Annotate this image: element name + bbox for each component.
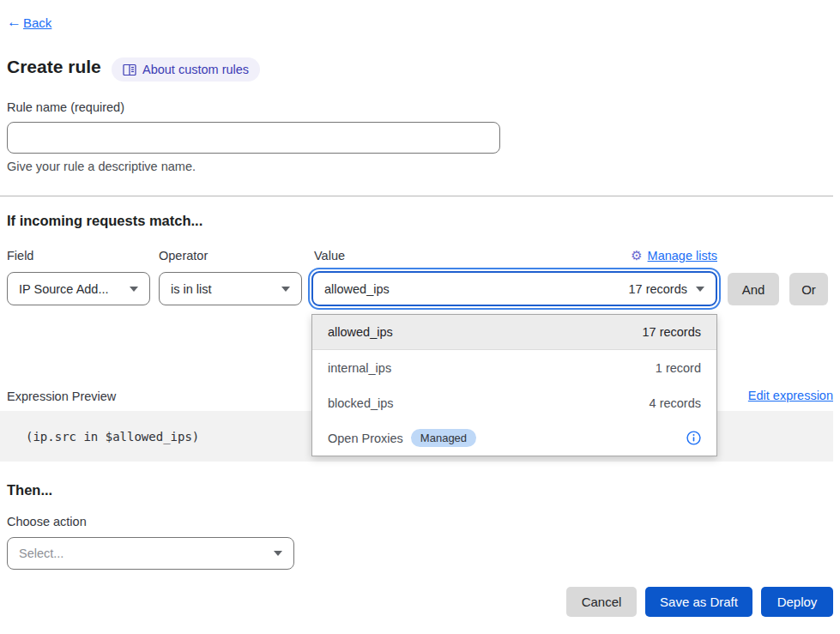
list-item-count: 4 records (650, 396, 701, 410)
list-item-name: blocked_ips (328, 396, 394, 410)
back-arrow-icon: ← (7, 14, 21, 31)
or-button[interactable]: Or (789, 273, 828, 305)
page-title: Create rule (7, 57, 101, 77)
book-icon (123, 63, 136, 76)
field-label: Field (7, 249, 33, 263)
chevron-down-icon (696, 287, 704, 292)
list-item-allowed-ips[interactable]: allowed_ips 17 records (312, 315, 716, 350)
about-custom-rules-badge[interactable]: About custom rules (112, 57, 260, 82)
deploy-button[interactable]: Deploy (761, 587, 833, 617)
save-as-draft-button[interactable]: Save as Draft (645, 587, 752, 617)
chevron-down-icon (274, 551, 282, 556)
list-item-internal-ips[interactable]: internal_ips 1 record (312, 350, 716, 385)
value-select-name: allowed_ips (324, 282, 390, 296)
list-item-open-proxies[interactable]: Open Proxies Managed (312, 420, 716, 456)
rule-name-input[interactable] (7, 122, 500, 154)
field-select[interactable]: IP Source Add... (7, 272, 150, 305)
list-item-name: allowed_ips (328, 325, 393, 339)
action-select-placeholder: Select... (19, 546, 63, 560)
back-link[interactable]: ← Back (7, 14, 51, 31)
create-rule-page: ← Back Create rule About custom rules Ru… (0, 0, 840, 634)
operator-select[interactable]: is in list (159, 272, 302, 305)
value-select[interactable]: allowed_ips 17 records (311, 271, 717, 306)
expression-preview-label: Expression Preview (7, 389, 116, 403)
rule-name-helper-text: Give your rule a descriptive name. (7, 160, 196, 173)
back-link-label: Back (23, 15, 51, 30)
cancel-button[interactable]: Cancel (566, 587, 637, 617)
list-item-blocked-ips[interactable]: blocked_ips 4 records (312, 385, 716, 420)
manage-lists-label: Manage lists (648, 249, 717, 263)
match-section-heading: If incoming requests match... (7, 213, 202, 229)
operator-label: Operator (159, 249, 208, 263)
managed-badge: Managed (411, 429, 476, 447)
info-icon[interactable] (686, 431, 701, 445)
edit-expression-link[interactable]: Edit expression (748, 389, 833, 402)
value-select-count: 17 records (628, 282, 687, 296)
operator-select-value: is in list (171, 282, 212, 296)
manage-lists-link[interactable]: ⚙ Manage lists (631, 248, 717, 263)
list-item-name: internal_ips (328, 361, 391, 375)
chevron-down-icon (281, 287, 290, 292)
list-item-count: 17 records (642, 325, 701, 339)
value-label: Value (314, 249, 345, 263)
about-badge-label: About custom rules (142, 63, 249, 76)
list-item-name: Open Proxies (328, 432, 403, 445)
section-divider (0, 196, 833, 196)
gear-icon: ⚙ (631, 248, 642, 263)
choose-action-label: Choose action (7, 515, 87, 528)
expression-code: (ip.src in $allowed_ips) (26, 430, 199, 444)
action-select[interactable]: Select... (7, 537, 294, 570)
field-select-value: IP Source Add... (19, 282, 109, 296)
rule-name-label: Rule name (required) (7, 100, 124, 114)
and-button[interactable]: And (728, 273, 779, 305)
value-dropdown-menu: allowed_ips 17 records internal_ips 1 re… (311, 314, 717, 456)
then-section-heading: Then... (7, 482, 52, 498)
list-item-count: 1 record (656, 361, 701, 375)
chevron-down-icon (130, 287, 138, 292)
